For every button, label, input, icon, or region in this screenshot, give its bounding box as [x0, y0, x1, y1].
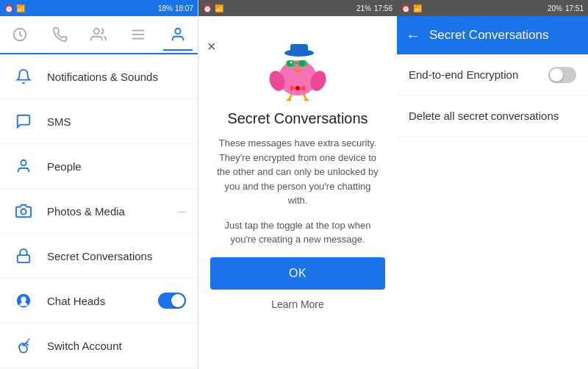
svg-point-1 [94, 29, 99, 34]
svg-line-26 [304, 94, 306, 100]
signal-icon-right: 📶 [413, 4, 422, 12]
e2e-label: End-to-end Encryption [409, 68, 548, 81]
nav-people[interactable] [84, 20, 113, 49]
nav-menu[interactable] [123, 20, 153, 49]
alarm-icon: ⏰ [4, 4, 13, 12]
camera-icon [12, 199, 35, 223]
svg-point-6 [21, 160, 26, 165]
dialog-desc-2: Just tap the toggle at the top when you'… [210, 218, 385, 247]
people-label: People [47, 160, 186, 173]
status-bar-right: ⏰ 📶 20% 17:51 [397, 0, 588, 16]
right-content: End-to-end Encryption Delete all secret … [397, 54, 588, 369]
settings-list: Notifications & Sounds SMS People [0, 54, 198, 369]
dialog-body: Secret Conversations These messages have… [198, 16, 397, 369]
bird-illustration [261, 35, 334, 101]
sms-icon [12, 110, 35, 133]
close-button[interactable]: × [207, 38, 216, 55]
settings-item-chat-heads[interactable]: Chat Heads [0, 279, 198, 323]
notifications-label: Notifications & Sounds [47, 71, 186, 83]
settings-item-secret-conv[interactable]: Secret Conversations [0, 234, 198, 279]
back-button[interactable]: ← [406, 27, 420, 44]
settings-item-notifications[interactable]: Notifications & Sounds [0, 54, 198, 99]
svg-point-10 [21, 297, 26, 302]
status-bar-right-right: 20% 17:51 [548, 4, 584, 12]
ok-button[interactable]: OK [210, 257, 385, 290]
lock-icon [12, 244, 35, 268]
battery-mid: 21% [356, 4, 371, 12]
learn-more-link[interactable]: Learn More [271, 298, 324, 310]
time-right: 17:51 [565, 4, 584, 12]
signal-icon-mid: 📶 [215, 4, 223, 12]
chat-heads-icon [12, 289, 35, 312]
key-icon [12, 334, 35, 357]
nav-clock[interactable] [5, 20, 35, 49]
dialog-wrapper: × [198, 16, 397, 369]
nav-phone[interactable] [45, 20, 74, 49]
settings-item-switch-account[interactable]: Switch Account [0, 323, 198, 368]
right-item-delete-all[interactable]: Delete all secret conversations [397, 96, 588, 137]
people-icon [12, 154, 35, 178]
clock-icon-mid: ⏰ [203, 4, 212, 12]
svg-point-21 [290, 62, 293, 64]
battery-text: 18% [158, 4, 173, 12]
svg-line-25 [289, 94, 292, 100]
chat-heads-label: Chat Heads [47, 295, 158, 307]
status-bar-right-info: 18% 18:07 [158, 4, 193, 12]
switch-account-label: Switch Account [47, 340, 186, 352]
dialog-desc-1: These messages have extra security. They… [210, 136, 385, 208]
time-mid: 17:56 [374, 4, 392, 12]
status-bar-middle: ⏰ 📶 21% 17:56 [198, 0, 397, 16]
settings-item-photos-media[interactable]: Photos & Media — [0, 189, 198, 234]
status-bar-right-left: ⏰ 📶 [401, 4, 422, 12]
right-header: ← Secret Conversations [397, 16, 588, 54]
signal-icon: 📶 [16, 4, 25, 12]
dialog-title: Secret Conversations [227, 110, 368, 127]
svg-rect-14 [290, 44, 308, 54]
svg-rect-8 [18, 255, 30, 262]
bell-icon [12, 65, 35, 88]
sms-label: SMS [47, 115, 186, 128]
svg-point-20 [299, 60, 305, 66]
right-header-title: Secret Conversations [429, 28, 579, 43]
chat-heads-toggle-container [158, 293, 186, 309]
settings-item-sms[interactable]: SMS [0, 99, 198, 144]
clock-icon-right: ⏰ [401, 4, 410, 12]
time-text: 18:07 [175, 4, 193, 12]
status-bar-middle-left: ⏰ 📶 [203, 4, 223, 12]
chat-heads-toggle[interactable] [158, 293, 186, 309]
panel-secret-conversations: ⏰ 📶 20% 17:51 ← Secret Conversations End… [397, 0, 588, 369]
panel-dialog: ⏰ 📶 21% 17:56 × [198, 0, 397, 369]
svg-point-22 [295, 86, 300, 90]
right-item-e2e[interactable]: End-to-end Encryption [397, 54, 588, 96]
svg-point-5 [175, 29, 180, 34]
nav-bar [0, 16, 198, 54]
status-bar-middle-right: 21% 17:56 [356, 4, 392, 12]
delete-all-label: Delete all secret conversations [409, 110, 559, 122]
panel-settings: ⏰ 📶 18% 18:07 [0, 0, 198, 369]
battery-right: 20% [548, 4, 562, 12]
e2e-toggle[interactable] [548, 67, 576, 83]
nav-profile[interactable] [163, 20, 193, 49]
status-bar-left-icons: ⏰ 📶 [4, 4, 25, 12]
settings-item-people[interactable]: People [0, 144, 198, 189]
secret-conv-label: Secret Conversations [47, 250, 186, 262]
status-bar-left: ⏰ 📶 18% 18:07 [0, 0, 198, 16]
svg-point-7 [21, 209, 26, 214]
photos-media-label: Photos & Media [47, 205, 175, 218]
